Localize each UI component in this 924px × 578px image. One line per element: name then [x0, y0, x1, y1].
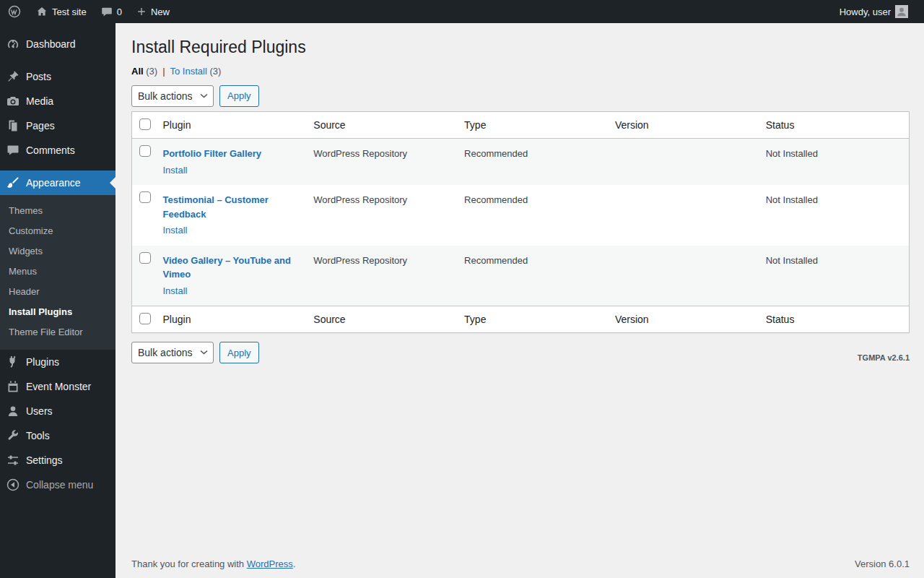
sidebar-item-event-monster[interactable]: Event Monster — [0, 374, 116, 399]
new-content-button[interactable]: New — [129, 0, 177, 23]
table-row: Portfolio Filter Gallery Install WordPre… — [132, 139, 910, 186]
sidebar-item-users[interactable]: Users — [0, 399, 116, 423]
row-checkbox[interactable] — [139, 145, 151, 157]
main-content: Install Required Plugins All (3)|To Inst… — [116, 23, 924, 578]
comments-bubble-icon — [101, 6, 113, 17]
sidebar-item-label: Pages — [26, 120, 55, 132]
version-cell — [608, 139, 759, 186]
bulk-actions-select-bottom[interactable]: Bulk actions — [131, 342, 214, 363]
camera-icon — [0, 94, 26, 108]
column-header-plugin: Plugin — [156, 111, 307, 138]
sidebar-item-appearance[interactable]: Appearance — [0, 171, 116, 195]
status-cell: Not Installed — [759, 185, 910, 246]
column-header-status: Status — [759, 111, 910, 138]
collapse-menu-button[interactable]: Collapse menu — [0, 473, 116, 497]
sidebar-subitem-widgets[interactable]: Widgets — [0, 241, 116, 262]
source-cell: WordPress Repository — [306, 246, 457, 306]
filter-to-install-label: To Install — [170, 66, 207, 77]
plugin-name-link[interactable]: Video Gallery – YouTube and Vimeo — [163, 255, 291, 280]
pages-icon — [0, 118, 26, 133]
sidebar-item-settings[interactable]: Settings — [0, 448, 116, 473]
tablenav-bottom: Bulk actions Apply TGMPA v2.6.1 — [131, 342, 910, 363]
admin-footer: Thank you for creating with WordPress. V… — [116, 558, 924, 578]
admin-sidebar: Dashboard Posts Media Pages Comments — [0, 23, 116, 578]
apply-button-top[interactable]: Apply — [219, 85, 259, 107]
apply-button-bottom[interactable]: Apply — [219, 342, 259, 363]
sidebar-subitem-install-plugins[interactable]: Install Plugins — [0, 302, 116, 322]
install-link[interactable]: Install — [163, 225, 188, 236]
install-link[interactable]: Install — [163, 165, 188, 176]
menu-separator — [0, 56, 116, 64]
plugin-name-link[interactable]: Testimonial – Customer Feedback — [163, 194, 269, 220]
filter-all-link[interactable]: All (3) — [131, 66, 157, 77]
dashboard-icon — [0, 37, 26, 51]
comments-admin-bar-button[interactable]: 0 — [94, 0, 129, 23]
sidebar-item-label: Tools — [26, 430, 50, 442]
sidebar-subitem-theme-file-editor[interactable]: Theme File Editor — [0, 322, 116, 342]
row-checkbox[interactable] — [139, 252, 151, 264]
status-cell: Not Installed — [759, 246, 910, 306]
column-footer-plugin: Plugin — [156, 306, 307, 333]
status-cell: Not Installed — [759, 139, 910, 186]
table-footer-row: Plugin Source Type Version Status — [132, 306, 910, 333]
sidebar-item-pages[interactable]: Pages — [0, 113, 116, 138]
sidebar-item-posts[interactable]: Posts — [0, 64, 116, 89]
column-footer-source: Source — [306, 306, 457, 333]
sidebar-item-tools[interactable]: Tools — [0, 423, 116, 448]
sidebar-item-media[interactable]: Media — [0, 89, 116, 113]
sidebar-item-label: Settings — [26, 454, 63, 467]
page-title: Install Required Plugins — [131, 30, 910, 61]
row-checkbox[interactable] — [139, 191, 151, 203]
filter-to-install-link[interactable]: To Install (3) — [170, 66, 222, 77]
sidebar-subitem-menus[interactable]: Menus — [0, 262, 116, 282]
footer-thanks-prefix: Thank you for creating with — [131, 558, 247, 569]
column-header-type: Type — [457, 111, 608, 138]
plugins-table: Plugin Source Type Version Status Portfo… — [131, 111, 910, 333]
brush-icon — [0, 176, 26, 190]
appearance-submenu: Themes Customize Widgets Menus Header In… — [0, 195, 116, 350]
site-name-label: Test site — [52, 7, 87, 17]
sidebar-item-plugins[interactable]: Plugins — [0, 350, 116, 374]
comments-count-badge: 0 — [117, 7, 122, 17]
home-icon — [36, 6, 48, 17]
footer-thanks-suffix: . — [293, 558, 296, 569]
avatar — [895, 5, 908, 18]
sidebar-subitem-customize[interactable]: Customize — [0, 221, 116, 241]
sidebar-item-label: Posts — [26, 71, 51, 83]
collapse-arrow-icon — [0, 478, 26, 492]
site-name-link[interactable]: Test site — [29, 0, 94, 23]
sidebar-item-dashboard[interactable]: Dashboard — [0, 32, 116, 56]
install-link[interactable]: Install — [163, 285, 188, 296]
table-row: Video Gallery – YouTube and Vimeo Instal… — [132, 246, 910, 306]
column-header-version: Version — [608, 111, 759, 138]
wordpress-logo-icon — [7, 4, 22, 19]
filter-all-count: (3) — [146, 66, 157, 77]
bulk-actions-select[interactable]: Bulk actions — [131, 85, 214, 107]
footer-thanks: Thank you for creating with WordPress. — [131, 558, 295, 569]
sliders-icon — [0, 453, 26, 467]
sidebar-subitem-themes[interactable]: Themes — [0, 201, 116, 221]
version-cell — [608, 246, 759, 306]
sidebar-item-label: Media — [26, 95, 53, 108]
filter-to-install-count: (3) — [209, 66, 221, 77]
plug-icon — [0, 355, 26, 369]
column-footer-version: Version — [608, 306, 759, 333]
type-cell: Recommended — [457, 246, 608, 306]
plugin-name-link[interactable]: Portfolio Filter Gallery — [163, 148, 262, 159]
howdy-account-menu[interactable]: Howdy, user — [832, 5, 915, 18]
plus-icon — [136, 7, 147, 17]
howdy-label: Howdy, user — [840, 7, 891, 17]
table-header-row: Plugin Source Type Version Status — [132, 111, 910, 138]
footer-version-label: Version 6.0.1 — [855, 558, 910, 569]
calendar-icon — [0, 379, 26, 394]
sidebar-item-comments[interactable]: Comments — [0, 138, 116, 163]
sidebar-item-label: Dashboard — [26, 38, 76, 51]
select-all-checkbox[interactable] — [139, 313, 151, 324]
select-all-checkbox[interactable] — [139, 118, 151, 130]
pushpin-icon — [0, 69, 26, 84]
version-cell — [608, 185, 759, 246]
type-cell: Recommended — [457, 185, 608, 246]
wordpress-link[interactable]: WordPress — [247, 558, 293, 569]
wordpress-logo-button[interactable] — [0, 0, 29, 23]
sidebar-subitem-header[interactable]: Header — [0, 282, 116, 302]
